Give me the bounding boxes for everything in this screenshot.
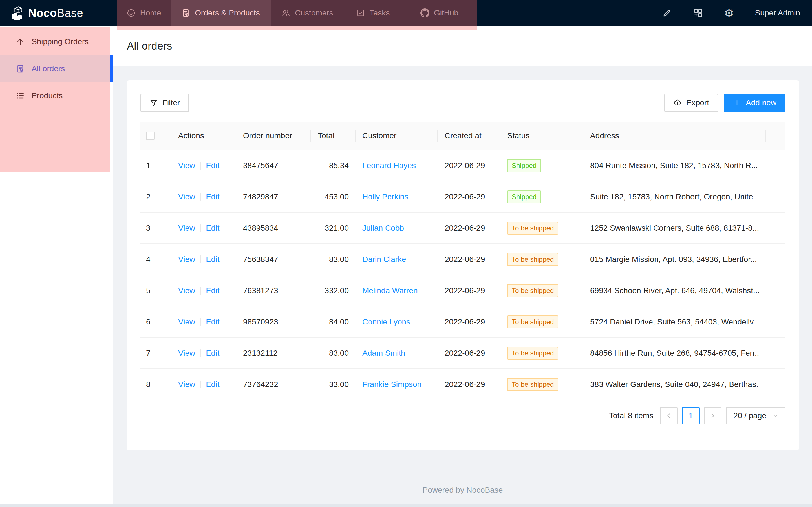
customer-link[interactable]: Holly Perkins (362, 192, 408, 202)
column-header (140, 122, 171, 150)
table-row: 2 View Edit 74829847 453.00 Holly Perkin… (140, 181, 785, 213)
edit-link[interactable]: Edit (206, 349, 219, 358)
tab-label: Home (140, 8, 161, 17)
export-button-label: Export (686, 98, 709, 107)
edit-link[interactable]: Edit (206, 318, 219, 327)
edit-link[interactable]: Edit (206, 224, 219, 233)
table-row: 1 View Edit 38475647 85.34 Leonard Hayes… (140, 150, 785, 181)
row-index: 1 (146, 161, 151, 170)
view-link[interactable]: View (178, 380, 195, 389)
order-number-cell: 43895834 (243, 224, 278, 233)
filter-button[interactable]: Filter (140, 94, 189, 112)
pagination-page-1[interactable]: 1 (682, 407, 700, 425)
edit-link[interactable]: Edit (206, 192, 219, 202)
edit-link[interactable]: Edit (206, 161, 219, 170)
smile-icon (126, 8, 136, 17)
gear-icon: ⚙ (724, 7, 734, 18)
row-index: 2 (146, 192, 151, 202)
address-cell: 84856 Hirthe Run, Suite 268, 94754-6705,… (590, 349, 759, 358)
tab-label: Orders & Products (195, 8, 260, 17)
brand-logo[interactable]: NocoBase (0, 0, 117, 26)
column-header-label: Address (590, 131, 619, 140)
export-button[interactable]: Export (664, 94, 718, 112)
tab-tasks[interactable]: Tasks (344, 0, 402, 26)
customer-link[interactable]: Frankie Simpson (362, 380, 421, 389)
ui-editor-button[interactable] (662, 8, 672, 18)
add-new-button[interactable]: Add new (724, 94, 785, 112)
view-link[interactable]: View (178, 318, 195, 327)
unordered-list-icon (16, 91, 25, 100)
sidebar-item-label: All orders (32, 64, 65, 73)
sidebar-item-label: Shipping Orders (32, 37, 89, 46)
plugin-manager-button[interactable] (693, 8, 703, 18)
status-badge: To be shipped (507, 316, 558, 328)
customer-link[interactable]: Melinda Warren (362, 286, 418, 295)
edit-link[interactable]: Edit (206, 255, 219, 264)
column-header-label: Order number (243, 131, 292, 140)
settings-button[interactable]: ⚙ (724, 7, 734, 18)
row-index: 6 (146, 318, 151, 327)
view-link[interactable]: View (178, 192, 195, 202)
sidebar-item-all-orders[interactable]: All orders (0, 55, 113, 82)
created-at-cell: 2022-06-29 (445, 161, 485, 170)
column-header-label: Customer (362, 131, 396, 140)
tab-label: Customers (295, 8, 333, 17)
created-at-cell: 2022-06-29 (445, 318, 485, 327)
tab-home[interactable]: Home (117, 0, 170, 26)
order-number-cell: 75638347 (243, 255, 278, 264)
edit-link[interactable]: Edit (206, 380, 219, 389)
customer-link[interactable]: Connie Lyons (362, 318, 410, 327)
address-cell: 015 Margie Mission, Apt. 093, 34936, Ebe… (590, 255, 757, 264)
github-icon (420, 8, 429, 17)
user-menu[interactable]: Super Admin (755, 8, 800, 17)
order-number-cell: 98570923 (243, 318, 278, 327)
address-cell: Suite 182, 15783, North Robert, Oregon, … (590, 192, 759, 202)
edit-link[interactable]: Edit (206, 286, 219, 295)
tab-customers[interactable]: Customers (271, 0, 344, 26)
page-size-select[interactable]: 20 / page (726, 407, 785, 425)
status-badge: To be shipped (507, 378, 558, 391)
action-divider (200, 318, 201, 326)
address-cell: 69934 Schoen River, Apt. 646, 49704, Wal… (590, 286, 759, 295)
view-link[interactable]: View (178, 224, 195, 233)
column-header: Status (500, 122, 583, 150)
filter-button-label: Filter (162, 98, 180, 107)
status-badge: To be shipped (507, 222, 558, 235)
order-number-cell: 74829847 (243, 192, 278, 202)
tab-label: GitHub (434, 8, 458, 17)
sidebar-item-shipping-orders[interactable]: Shipping Orders (0, 28, 113, 55)
created-at-cell: 2022-06-29 (445, 224, 485, 233)
nocobase-logo-icon (10, 6, 24, 20)
status-badge: Shipped (507, 159, 541, 172)
pagination-total: Total 8 items (609, 411, 653, 420)
sidebar-menu: Shipping Orders All orders Products (0, 26, 113, 109)
pagination-prev-button[interactable] (660, 407, 677, 425)
page-title: All orders (127, 40, 172, 52)
column-header-label: Status (507, 131, 529, 140)
tab-orders-products[interactable]: Orders & Products (170, 0, 271, 26)
customer-link[interactable]: Darin Clarke (362, 255, 406, 264)
column-header: Customer (356, 122, 438, 150)
view-link[interactable]: View (178, 286, 195, 295)
action-divider (200, 381, 201, 388)
chevron-right-icon (709, 412, 716, 419)
view-link[interactable]: View (178, 349, 195, 358)
pagination-next-button[interactable] (704, 407, 721, 425)
customer-link[interactable]: Adam Smith (362, 349, 405, 358)
plus-icon (733, 99, 741, 107)
sidebar-item-products[interactable]: Products (0, 82, 113, 109)
tab-label: Tasks (370, 8, 390, 17)
customer-link[interactable]: Julian Cobb (362, 224, 404, 233)
status-badge: To be shipped (507, 347, 558, 360)
select-all-checkbox[interactable] (146, 131, 154, 140)
nav-tabs: Home Orders & Products Customers Tasks G… (117, 0, 477, 26)
row-index: 8 (146, 380, 151, 389)
view-link[interactable]: View (178, 161, 195, 170)
horizontal-scrollbar-track[interactable] (0, 504, 812, 507)
table-row: 8 View Edit 73764232 33.00 Frankie Simps… (140, 369, 785, 400)
tab-github[interactable]: GitHub (402, 0, 477, 26)
add-new-button-label: Add new (746, 98, 776, 107)
table-row: 4 View Edit 75638347 83.00 Darin Clarke … (140, 244, 785, 275)
view-link[interactable]: View (178, 255, 195, 264)
customer-link[interactable]: Leonard Hayes (362, 161, 416, 170)
